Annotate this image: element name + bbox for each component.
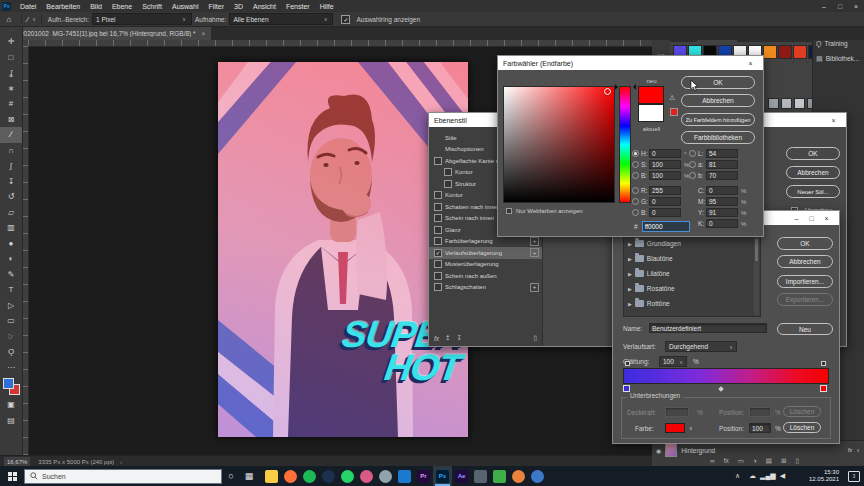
delete-color-stop-button[interactable]: Löschen xyxy=(783,422,821,433)
taskbar-search-input[interactable]: Suchen xyxy=(24,469,222,484)
cancel-button[interactable]: Abbrechen xyxy=(786,166,840,179)
delete-layer-icon[interactable]: ▯ xyxy=(795,457,799,465)
delete-opacity-stop-button[interactable]: Löschen xyxy=(783,406,821,417)
effect-checkbox[interactable]: ✓ xyxy=(434,249,442,257)
menu-item[interactable]: Fenster xyxy=(281,3,315,10)
scrollbar[interactable] xyxy=(754,237,759,315)
value-field[interactable]: 255 xyxy=(649,186,681,195)
value-field[interactable]: 0 xyxy=(649,197,681,206)
gradient-name-field[interactable]: Benutzerdefiniert xyxy=(649,323,767,333)
adjustment-layer-icon[interactable]: ◑ xyxy=(753,457,757,465)
value-field[interactable]: 0 xyxy=(649,149,681,158)
layer-style-item[interactable]: ✓ Schein nach außen + xyxy=(429,270,542,282)
eraser-tool[interactable]: ▱ xyxy=(0,205,22,221)
taskbar-premiere[interactable]: Pr xyxy=(414,466,433,486)
color-swatch[interactable] xyxy=(793,45,807,59)
chevron-down-icon[interactable]: ∨ xyxy=(689,425,693,431)
ok-button[interactable]: OK xyxy=(681,76,755,89)
menu-item[interactable]: Filter xyxy=(203,3,229,10)
swatch-group[interactable] xyxy=(768,98,779,109)
swatch-group[interactable] xyxy=(781,98,792,109)
effect-checkbox[interactable]: ✓ xyxy=(434,191,442,199)
effect-checkbox[interactable]: ✓ xyxy=(434,157,442,165)
smoothness-field[interactable]: 100 ∨ xyxy=(659,356,687,367)
taskbar-app-blue[interactable] xyxy=(528,466,547,486)
history-brush-tool[interactable]: ↺ xyxy=(0,189,22,205)
zoom-tool[interactable]: Ǫ xyxy=(0,344,22,360)
web-safe-cube-icon[interactable] xyxy=(670,108,678,116)
fx-icon[interactable]: fx xyxy=(434,335,439,342)
export-button[interactable]: Exportieren... xyxy=(777,293,833,306)
radio-button[interactable] xyxy=(689,161,696,168)
taskbar-spotify[interactable] xyxy=(300,466,319,486)
value-field[interactable]: 54 xyxy=(706,149,738,158)
hue-marker-left[interactable] xyxy=(615,84,621,90)
menu-item[interactable]: Auswahl xyxy=(167,3,203,10)
collapse-effects-icon[interactable]: ∨ xyxy=(856,447,860,453)
color-swatch[interactable] xyxy=(763,45,777,59)
gradient-folder[interactable]: ▶ Rosatöne xyxy=(624,281,760,296)
add-to-swatches-button[interactable]: Zu Farbfeldern hinzufügen xyxy=(681,113,755,126)
effect-checkbox[interactable]: ✓ xyxy=(434,260,442,268)
taskbar-cloud-app[interactable] xyxy=(376,466,395,486)
cortana-icon[interactable]: ○ xyxy=(222,466,240,486)
chevron-down-icon[interactable]: ∨ xyxy=(32,16,36,22)
brush-tool[interactable]: ʃ xyxy=(0,158,22,174)
menu-item[interactable]: Bild xyxy=(85,3,107,10)
close-icon[interactable]: × xyxy=(826,117,841,124)
menu-item[interactable]: Bearbeiten xyxy=(41,3,85,10)
quick-mask-icon[interactable]: ▣ xyxy=(0,397,22,413)
midpoint-marker[interactable] xyxy=(718,386,724,392)
opacity-stop-right[interactable] xyxy=(821,361,826,366)
path-select-tool[interactable]: ▷ xyxy=(0,298,22,314)
close-icon[interactable]: × xyxy=(819,215,834,222)
value-field[interactable]: 100 xyxy=(649,160,681,169)
menu-item[interactable]: Datei xyxy=(15,3,41,10)
taskbar-photoshop[interactable]: Ps xyxy=(433,466,452,486)
radio-button[interactable] xyxy=(689,150,696,157)
effect-checkbox[interactable]: ✓ xyxy=(434,237,442,245)
menu-item[interactable]: Ansicht xyxy=(248,3,281,10)
lasso-tool[interactable]: ʆ xyxy=(0,65,22,81)
menu-item[interactable]: Ebene xyxy=(107,3,137,10)
color-stop-right[interactable] xyxy=(820,385,827,392)
value-field[interactable]: 95 xyxy=(706,197,738,206)
color-field-marker[interactable] xyxy=(604,88,611,95)
new-layer-icon[interactable]: ⊞ xyxy=(781,457,786,465)
expand-arrow-icon[interactable]: ▶ xyxy=(628,256,632,262)
saturation-brightness-field[interactable] xyxy=(503,86,615,203)
delete-effect-icon[interactable]: ▯ xyxy=(533,334,537,342)
gradient-type-select[interactable]: Durchgehend ∨ xyxy=(665,341,737,352)
layer-effects-icon[interactable]: fx xyxy=(724,457,729,465)
menu-item[interactable]: Hilfe xyxy=(315,3,339,10)
eyedropper-tool[interactable]: ∕ xyxy=(0,127,22,143)
document-tab[interactable]: 20201002_MG-7451[1].jpg bei 16,7% (Hinte… xyxy=(14,26,211,40)
hue-marker-right[interactable] xyxy=(630,84,636,90)
layer-mask-icon[interactable]: ▭ xyxy=(738,457,744,465)
taskbar-app-orange[interactable] xyxy=(509,466,528,486)
taskbar-whatsapp[interactable] xyxy=(338,466,357,486)
value-field[interactable]: 70 xyxy=(706,171,738,180)
radio-button[interactable] xyxy=(632,161,639,168)
foreground-background-colors[interactable] xyxy=(1,377,21,397)
maximize-icon[interactable]: □ xyxy=(804,215,819,222)
layer-thumbnail[interactable] xyxy=(665,443,677,457)
effect-checkbox[interactable]: ✓ xyxy=(434,226,442,234)
value-field[interactable]: 81 xyxy=(706,160,738,169)
taskbar-firefox[interactable] xyxy=(281,466,300,486)
gradient-preview-bar[interactable] xyxy=(623,368,829,384)
ok-button[interactable]: OK xyxy=(777,237,833,250)
tray-volume-icon[interactable]: ◀ xyxy=(775,472,790,480)
screen-mode-icon[interactable]: ▤ xyxy=(0,413,22,429)
layer-style-item[interactable]: ✓ Farbüberlagerung + xyxy=(429,236,542,248)
swatch-group[interactable] xyxy=(794,98,805,109)
value-field[interactable]: 0 xyxy=(649,208,681,217)
tray-cloud-icon[interactable]: ☁ xyxy=(745,472,760,480)
menu-item[interactable]: Schrift xyxy=(137,3,167,10)
library-panel-button[interactable]: ▤ Bibliothek... xyxy=(813,51,864,66)
tray-network-icon[interactable]: ▂▄▆ xyxy=(760,472,775,480)
effect-checkbox[interactable]: ✓ xyxy=(434,203,442,211)
value-field[interactable]: 0 xyxy=(706,186,738,195)
sample-layers-select[interactable]: Alle Ebenen ∨ xyxy=(229,13,333,25)
hand-tool[interactable]: ☞ xyxy=(0,329,22,345)
